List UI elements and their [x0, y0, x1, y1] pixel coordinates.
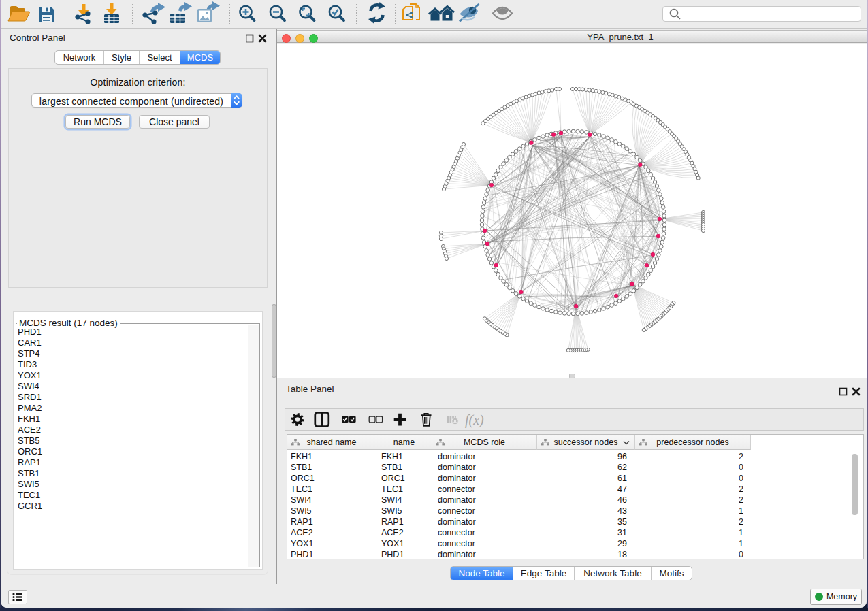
svg-text:f(x): f(x) [465, 412, 484, 428]
